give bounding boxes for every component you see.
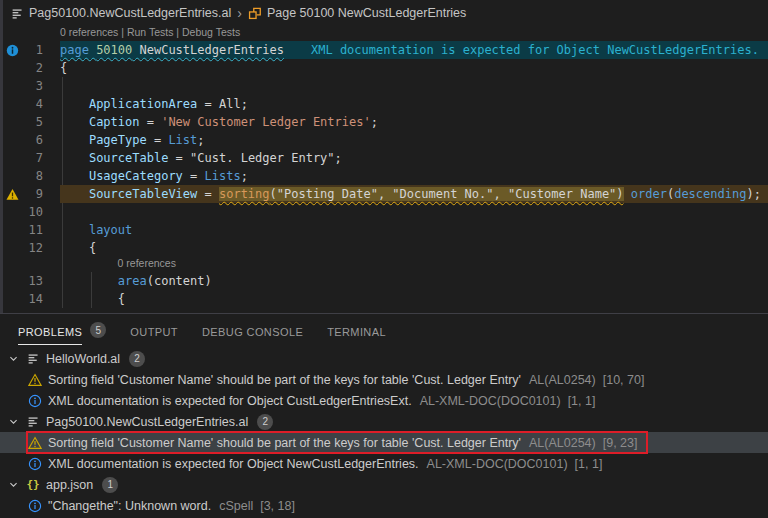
code-line-content[interactable]: { — [60, 239, 768, 257]
gutter-spacer — [3, 239, 24, 257]
codelens-text[interactable]: 0 references | Run Tests | Debug Tests — [60, 26, 240, 38]
code-line-content[interactable]: PageType = List; — [60, 131, 768, 149]
editor: Pag50100.NewCustLedgerEntries.al › Page … — [0, 0, 768, 313]
code-token: = — [168, 151, 190, 165]
info-icon — [28, 457, 42, 471]
code-line: 12 { — [3, 239, 768, 257]
tab-output[interactable]: OUTPUT — [130, 314, 178, 346]
indent-guide — [62, 113, 63, 131]
codelens-text[interactable]: 0 references — [118, 257, 176, 269]
al-file-icon — [25, 415, 41, 428]
editor-gutter[interactable]: 6 — [3, 131, 60, 149]
code-line-content[interactable] — [60, 203, 768, 221]
code-token: ("Posting Date", "Document No.", "Custom… — [270, 187, 624, 201]
editor-gutter[interactable]: 14 — [3, 290, 60, 308]
problem-row[interactable]: Sorting field 'Customer Name' should be … — [0, 369, 768, 390]
breadcrumb-file[interactable]: Pag50100.NewCustLedgerEntries.al — [29, 6, 231, 20]
problem-file-row[interactable]: {}app.json1 — [0, 474, 768, 495]
gutter-spacer — [3, 203, 24, 221]
editor-gutter[interactable]: 12 — [3, 239, 60, 257]
codelens-row: 0 references — [3, 257, 768, 272]
gutter-spacer — [3, 221, 24, 239]
problem-position: [3, 18] — [260, 499, 295, 513]
code-token: order — [631, 187, 667, 201]
editor-gutter[interactable]: 11 — [3, 221, 60, 239]
line-number: 10 — [24, 203, 60, 221]
gutter-spacer — [3, 167, 24, 185]
code-token: Caption — [89, 115, 140, 129]
code-token: { — [60, 241, 96, 255]
indent-guide — [91, 272, 92, 290]
file-name: Pag50100.NewCustLedgerEntries.al — [46, 415, 248, 429]
code-line-content[interactable]: Caption = 'New Customer Ledger Entries'; — [60, 113, 768, 131]
code-token: ( — [147, 274, 154, 288]
editor-gutter[interactable]: 2 — [3, 59, 60, 77]
code-line-content[interactable]: SourceTable = "Cust. Ledger Entry"; — [60, 149, 768, 167]
problem-message: XML documentation is expected for Object… — [48, 457, 419, 471]
editor-gutter[interactable]: 9 — [3, 185, 60, 203]
tab-problems[interactable]: PROBLEMS5 — [18, 314, 106, 346]
editor-gutter[interactable]: 4 — [3, 95, 60, 113]
editor-gutter[interactable]: 5 — [3, 113, 60, 131]
problem-row[interactable]: XML documentation is expected for Object… — [0, 453, 768, 474]
breadcrumb: Pag50100.NewCustLedgerEntries.al › Page … — [3, 0, 768, 26]
editor-gutter[interactable]: 7 — [3, 149, 60, 167]
chevron-down-icon[interactable] — [8, 416, 20, 427]
editor-gutter[interactable]: 1 — [3, 41, 60, 59]
code-line-content[interactable]: SourceTableView = sorting("Posting Date"… — [60, 185, 768, 203]
problem-source: cSpell — [219, 499, 253, 513]
problem-position: [10, 70] — [603, 373, 645, 387]
editor-gutter[interactable]: 13 — [3, 272, 60, 290]
line-number: 8 — [24, 167, 60, 185]
editor-gutter[interactable] — [3, 257, 60, 272]
problems-panel: PROBLEMS5OUTPUTDEBUG CONSOLETERMINAL Hel… — [0, 313, 768, 518]
chevron-down-icon[interactable] — [8, 353, 20, 364]
problem-position: [1, 1] — [568, 394, 596, 408]
codelens[interactable]: 0 references | Run Tests | Debug Tests — [60, 26, 768, 41]
code-line-content[interactable]: layout — [60, 221, 768, 239]
code-token — [624, 187, 631, 201]
code-line-content[interactable]: UsageCategory = Lists; — [60, 167, 768, 185]
code-token: "Cust. Ledger Entry" — [190, 151, 335, 165]
code-line: 14 { — [3, 290, 768, 308]
code-line-content[interactable]: { — [60, 59, 768, 77]
editor-gutter[interactable]: 3 — [3, 77, 60, 95]
code-line-content[interactable]: ApplicationArea = All; — [60, 95, 768, 113]
editor-gutter[interactable]: 10 — [3, 203, 60, 221]
codelens[interactable]: 0 references — [60, 257, 768, 272]
code-token: SourceTable — [89, 151, 168, 165]
code-line-content[interactable] — [60, 77, 768, 95]
info-gutter-icon — [3, 41, 24, 59]
code-token: = — [147, 133, 169, 147]
code-token: ) — [205, 274, 212, 288]
chevron-down-icon[interactable] — [8, 479, 20, 490]
problem-position: [1, 1] — [575, 457, 603, 471]
problem-file-row[interactable]: Pag50100.NewCustLedgerEntries.al2 — [0, 411, 768, 432]
code-line: 1page 50100 NewCustLedgerEntriesXML docu… — [3, 41, 768, 59]
code-token: ; — [241, 169, 248, 183]
code-token: ; — [335, 151, 342, 165]
code-token — [60, 169, 89, 183]
code-line: 4 ApplicationArea = All; — [3, 95, 768, 113]
tab-debug-console[interactable]: DEBUG CONSOLE — [202, 314, 303, 346]
problem-row[interactable]: Sorting field 'Customer Name' should be … — [0, 432, 768, 453]
problem-row[interactable]: XML documentation is expected for Object… — [0, 390, 768, 411]
problem-file-row[interactable]: HelloWorld.al2 — [0, 348, 768, 369]
breadcrumb-symbol[interactable]: Page 50100 NewCustLedgerEntries — [267, 6, 466, 20]
code-line: 3 — [3, 77, 768, 95]
tab-terminal[interactable]: TERMINAL — [327, 314, 386, 346]
indent-guide — [62, 149, 63, 167]
code-token — [60, 274, 118, 288]
code-line-content[interactable]: area(content) — [60, 272, 768, 290]
codelens-row: 0 references | Run Tests | Debug Tests — [3, 26, 768, 41]
code-line-content[interactable]: page 50100 NewCustLedgerEntriesXML docum… — [60, 41, 768, 59]
code-line-content[interactable]: { — [60, 290, 768, 308]
editor-gutter[interactable] — [3, 26, 60, 41]
code-token: ; — [371, 115, 378, 129]
code-line: 5 Caption = 'New Customer Ledger Entries… — [3, 113, 768, 131]
indent-guide — [62, 290, 63, 308]
indent-guide — [62, 221, 63, 239]
indent-guide — [62, 167, 63, 185]
editor-gutter[interactable]: 8 — [3, 167, 60, 185]
problem-row[interactable]: "Changethe": Unknown word.cSpell[3, 18] — [0, 495, 768, 516]
